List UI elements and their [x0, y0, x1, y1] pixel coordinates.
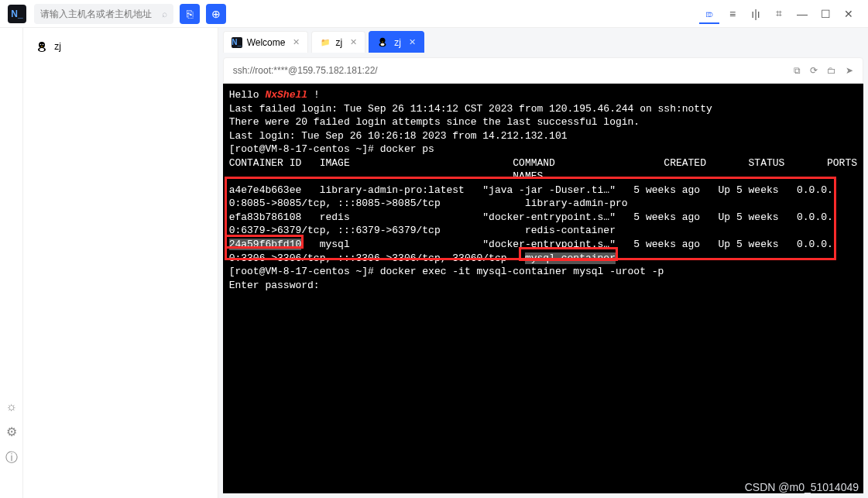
- terminal-line: 0:3306->3306/tcp, :::3306->3306/tcp, 330…: [229, 252, 857, 266]
- window-close-icon[interactable]: ✕: [839, 4, 859, 24]
- topbar: N_ ⌕ ⎘ ⊕ ⎄ ≡ ı|ı ⌗ — ☐ ✕: [0, 0, 868, 28]
- host-item-label: zj: [54, 41, 61, 52]
- folder-open-button[interactable]: ⎘: [180, 4, 200, 24]
- columns-icon[interactable]: ı|ı: [746, 4, 766, 24]
- tab-zj-ssh[interactable]: zj ✕: [369, 31, 424, 53]
- terminal-line: [root@VM-8-17-centos ~]# docker ps: [229, 143, 857, 156]
- close-icon[interactable]: ✕: [293, 37, 300, 47]
- view-split-icon[interactable]: ⎄: [699, 4, 719, 24]
- terminal-line: [root@VM-8-17-centos ~]# docker exec -it…: [229, 265, 857, 279]
- nxshell-icon: N_: [232, 37, 242, 48]
- refresh-icon[interactable]: ⟳: [810, 65, 818, 76]
- tab-strip: N_ Welcome ✕ 📁 zj ✕ zj ✕: [218, 28, 868, 53]
- terminal-line: a4e7e4b663ee library-admin-pro:latest "j…: [229, 184, 857, 197]
- tab-label: Welcome: [247, 37, 286, 48]
- terminal-headers: CONTAINER ID IMAGE COMMAND CREATED STATU…: [229, 156, 857, 170]
- svg-point-3: [40, 44, 42, 46]
- svg-point-2: [39, 48, 44, 51]
- tab-zj-folder[interactable]: 📁 zj ✕: [311, 31, 365, 53]
- tab-label: zj: [394, 37, 401, 48]
- close-icon[interactable]: ✕: [409, 37, 416, 47]
- new-session-button[interactable]: ⊕: [206, 4, 226, 24]
- host-search[interactable]: ⌕: [34, 4, 173, 24]
- open-folder-icon[interactable]: 🗀: [827, 65, 836, 76]
- info-icon[interactable]: ⓘ: [5, 450, 18, 466]
- copy-icon[interactable]: ⧉: [794, 65, 801, 76]
- tab-welcome[interactable]: N_ Welcome ✕: [223, 31, 309, 53]
- svg-point-0: [39, 42, 45, 48]
- window-maximize-icon[interactable]: ☐: [815, 4, 835, 24]
- ssh-path: ssh://root:****@159.75.182.181:22/: [233, 65, 378, 76]
- terminal-line: 0:6379->6379/tcp, :::6379->6379/tcp redi…: [229, 224, 857, 238]
- grid-icon[interactable]: ⌗: [769, 4, 789, 24]
- linux-icon: [377, 36, 389, 49]
- watermark: CSDN @m0_51014049: [745, 481, 859, 493]
- theme-icon[interactable]: ☼: [5, 400, 17, 414]
- host-item-zj[interactable]: zj: [34, 37, 206, 56]
- linux-icon: [36, 40, 48, 53]
- send-icon[interactable]: ➤: [846, 65, 853, 76]
- app-logo: N_: [8, 5, 26, 23]
- terminal-line: 0:8085->8085/tcp, :::8085->8085/tcp libr…: [229, 197, 857, 211]
- terminal-line: There were 20 failed login attempts sinc…: [229, 115, 857, 129]
- terminal-line: Last login: Tue Sep 26 10:26:18 2023 fro…: [229, 129, 857, 143]
- settings-icon[interactable]: ⚙: [6, 424, 17, 439]
- terminal[interactable]: Hello NxShell ! Last failed login: Tue S…: [223, 84, 863, 493]
- host-tree: zj: [23, 28, 218, 498]
- svg-point-6: [380, 37, 386, 43]
- search-icon: ⌕: [162, 9, 167, 19]
- terminal-line: 24a59f6bfd10 mysql "docker-entrypoint.s……: [229, 238, 857, 252]
- folder-icon: 📁: [320, 37, 331, 48]
- terminal-line: efa83b786108 redis "docker-entrypoint.s……: [229, 211, 857, 225]
- host-search-input[interactable]: [40, 9, 162, 19]
- terminal-line: Enter password:: [229, 279, 857, 293]
- terminal-line: Last failed login: Tue Sep 26 11:14:12 C…: [229, 102, 857, 116]
- tab-label: zj: [335, 37, 342, 48]
- svg-point-8: [381, 43, 385, 46]
- list-icon[interactable]: ≡: [722, 4, 743, 24]
- path-bar: ssh://root:****@159.75.182.181:22/ ⧉ ⟳ 🗀…: [223, 57, 863, 84]
- left-rail: ☼ ⚙ ⓘ: [0, 28, 23, 498]
- window-minimize-icon[interactable]: —: [792, 4, 812, 24]
- svg-point-4: [43, 44, 44, 46]
- terminal-headers: NAMES: [229, 170, 857, 184]
- close-icon[interactable]: ✕: [350, 37, 357, 47]
- terminal-line: Hello NxShell !: [229, 88, 857, 102]
